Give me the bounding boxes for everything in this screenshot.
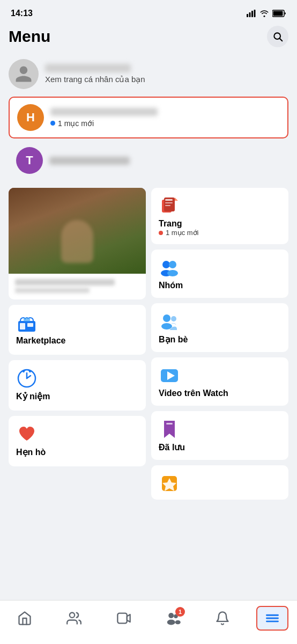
ban-be-icon-wrapper bbox=[159, 311, 281, 334]
main-profile-info: Xem trang cá nhân của bạn bbox=[45, 64, 145, 84]
marketplace-label: Marketplace bbox=[16, 336, 138, 346]
svg-point-32 bbox=[70, 612, 75, 617]
svg-rect-10 bbox=[27, 323, 33, 327]
nav-video[interactable] bbox=[108, 606, 140, 631]
marketplace-card[interactable]: Marketplace bbox=[9, 305, 146, 355]
hen-ho-label: Hẹn hò bbox=[16, 447, 138, 457]
nav-home[interactable] bbox=[9, 606, 41, 631]
da-luu-card[interactable]: Đã lưu bbox=[151, 411, 288, 460]
svg-point-38 bbox=[175, 620, 181, 624]
video-watch-icon bbox=[159, 365, 180, 386]
story-image-inner bbox=[9, 188, 146, 274]
extra-icon bbox=[159, 473, 180, 494]
highlighted-account-name-blurred bbox=[50, 108, 158, 116]
svg-rect-9 bbox=[20, 323, 25, 330]
highlighted-account-badge: 1 mục mới bbox=[50, 119, 280, 128]
trang-icon-wrapper bbox=[159, 195, 281, 219]
bottom-navigation: 1 bbox=[0, 600, 297, 644]
battery-icon bbox=[272, 10, 286, 17]
main-profile-name-blurred bbox=[45, 64, 131, 72]
status-bar: 14:13 bbox=[0, 0, 297, 24]
svg-rect-2 bbox=[251, 11, 253, 17]
ky-niem-card[interactable]: Kỷ niệm bbox=[9, 360, 146, 411]
trang-red-dot bbox=[159, 231, 163, 235]
blue-dot bbox=[50, 121, 55, 126]
highlighted-account-avatar: H bbox=[17, 104, 44, 131]
svg-line-7 bbox=[280, 39, 283, 41]
second-account-name-blurred bbox=[49, 157, 130, 165]
svg-rect-30 bbox=[166, 423, 173, 425]
svg-rect-3 bbox=[254, 10, 256, 17]
trang-badge-text: 1 mục mới bbox=[166, 229, 199, 237]
svg-rect-0 bbox=[247, 14, 248, 17]
story-name-blurred bbox=[15, 279, 115, 286]
trang-icon bbox=[159, 195, 180, 217]
svg-point-21 bbox=[162, 261, 170, 268]
highlighted-account-info: 1 mục mới bbox=[50, 108, 280, 128]
video-watch-icon-wrapper bbox=[159, 365, 281, 389]
shortcuts-grid: Marketplace Kỷ niệm bbox=[0, 182, 297, 505]
svg-marker-34 bbox=[127, 614, 130, 622]
menu-icon bbox=[265, 611, 280, 626]
svg-point-22 bbox=[169, 261, 176, 268]
search-button[interactable] bbox=[267, 26, 288, 47]
nhom-icon-wrapper bbox=[159, 257, 281, 281]
ky-niem-label: Kỷ niệm bbox=[16, 391, 138, 401]
marketplace-icon-wrapper bbox=[16, 312, 138, 336]
hen-ho-icon bbox=[16, 423, 38, 445]
right-column: Trang 1 mục mới Nhóm bbox=[151, 188, 288, 500]
ky-niem-icon bbox=[16, 368, 38, 389]
second-account-row[interactable]: T bbox=[9, 142, 288, 179]
extra-card[interactable] bbox=[151, 465, 288, 500]
home-icon bbox=[17, 611, 32, 626]
ban-be-label: Bạn bè bbox=[159, 334, 281, 345]
view-profile-text: Xem trang cá nhân của bạn bbox=[45, 75, 145, 84]
status-icons bbox=[247, 10, 286, 17]
svg-point-36 bbox=[167, 619, 175, 625]
trang-badge: 1 mục mới bbox=[159, 229, 281, 237]
main-profile-row[interactable]: Xem trang cá nhân của bạn bbox=[0, 54, 297, 94]
nav-friends[interactable] bbox=[58, 606, 90, 631]
status-time: 14:13 bbox=[11, 9, 33, 18]
second-account-avatar: T bbox=[16, 147, 43, 174]
svg-rect-5 bbox=[273, 11, 283, 16]
nav-notifications[interactable] bbox=[206, 606, 239, 631]
nhom-label: Nhóm bbox=[159, 281, 281, 290]
friends-icon bbox=[66, 611, 81, 626]
page-title: Menu bbox=[9, 27, 50, 46]
svg-point-13 bbox=[23, 370, 25, 372]
svg-rect-19 bbox=[165, 205, 170, 206]
nav-menu[interactable] bbox=[256, 606, 288, 631]
trang-card[interactable]: Trang 1 mục mới bbox=[151, 188, 288, 244]
svg-rect-18 bbox=[165, 202, 173, 203]
ban-be-icon bbox=[159, 311, 180, 332]
svg-marker-20 bbox=[175, 197, 178, 201]
extra-icon-wrapper bbox=[159, 473, 281, 496]
svg-point-25 bbox=[163, 314, 170, 322]
wifi-icon bbox=[259, 10, 269, 17]
header: Menu bbox=[0, 24, 297, 54]
hen-ho-card[interactable]: Hẹn hò bbox=[9, 416, 146, 466]
ban-be-card[interactable]: Bạn bè bbox=[151, 303, 288, 352]
video-icon bbox=[116, 611, 131, 626]
video-watch-card[interactable]: Video trên Watch bbox=[151, 357, 288, 406]
marketplace-icon bbox=[16, 312, 38, 334]
search-icon bbox=[272, 31, 283, 42]
groups-badge: 1 bbox=[175, 607, 185, 617]
svg-point-35 bbox=[168, 613, 174, 618]
story-card[interactable] bbox=[9, 188, 146, 299]
signal-icon bbox=[247, 10, 256, 17]
highlighted-account-row[interactable]: H 1 mục mới bbox=[9, 97, 288, 138]
video-watch-label: Video trên Watch bbox=[159, 389, 281, 398]
nav-groups[interactable]: 1 bbox=[157, 606, 189, 631]
new-items-label: 1 mục mới bbox=[58, 119, 94, 128]
main-avatar bbox=[9, 59, 39, 89]
da-luu-icon bbox=[159, 419, 180, 440]
svg-point-27 bbox=[171, 316, 176, 321]
svg-point-24 bbox=[167, 270, 178, 276]
svg-rect-1 bbox=[249, 12, 251, 17]
da-luu-label: Đã lưu bbox=[159, 442, 281, 452]
nhom-card[interactable]: Nhóm bbox=[151, 250, 288, 298]
da-luu-icon-wrapper bbox=[159, 419, 281, 442]
svg-point-26 bbox=[161, 323, 172, 330]
